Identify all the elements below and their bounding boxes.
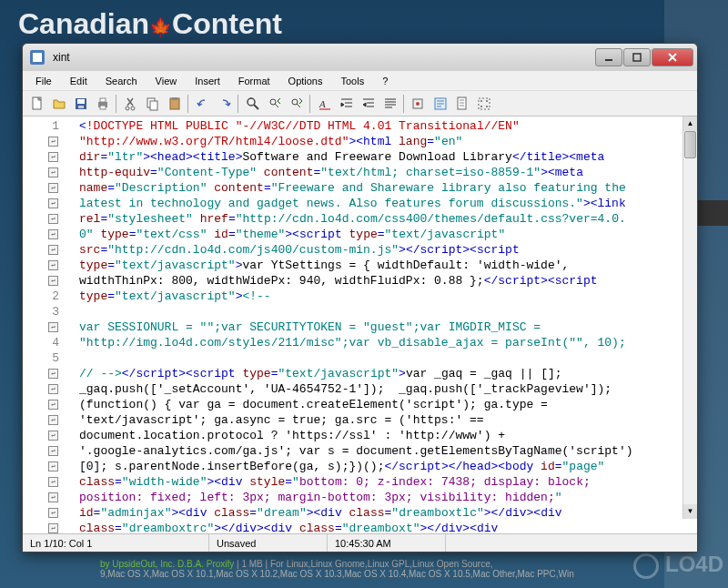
wrap-indicator-icon: ↩: [48, 322, 58, 332]
undo-icon[interactable]: [192, 93, 213, 114]
wrap-indicator-icon: ↩: [48, 384, 58, 394]
svg-rect-1: [633, 54, 641, 61]
wrap-indicator-icon: ↩: [48, 369, 58, 379]
gutter-line: ↩: [23, 366, 76, 381]
maple-leaf-icon: 🍁: [149, 16, 172, 38]
svg-point-9: [126, 106, 129, 110]
print-icon[interactable]: [92, 93, 113, 114]
gutter-line: 5: [23, 350, 76, 366]
gutter-line: 3: [23, 304, 76, 319]
menu-format[interactable]: Format: [229, 73, 279, 89]
wrap-indicator-icon: ↩: [48, 198, 58, 208]
status-bar: Ln 1/10: Col 1 Unsaved 10:45:30 AM: [23, 533, 697, 552]
wrap-indicator-icon: ↩: [48, 245, 58, 255]
wrap-indicator-icon: ↩: [48, 415, 58, 425]
paragraph-icon[interactable]: [379, 93, 400, 114]
gutter-line: ↩: [23, 258, 76, 273]
gutter-line: ↩: [23, 412, 76, 428]
open-icon[interactable]: [48, 93, 69, 114]
code-line: (function() { var ga = document.createEl…: [79, 397, 697, 412]
code-line: <!DOCTYPE HTML PUBLIC "-//W3C//DTD HTML …: [79, 118, 697, 134]
gutter-line: ↩: [23, 521, 76, 533]
svg-rect-0: [605, 59, 612, 61]
close-button[interactable]: [652, 48, 693, 66]
background-footer: by UpsideOut, Inc. D.B.A. Proxify | 1 MB…: [100, 559, 574, 579]
gutter-line: ↩: [23, 211, 76, 227]
menu-help[interactable]: ?: [373, 73, 397, 89]
copy-icon[interactable]: [142, 93, 163, 114]
paste-icon[interactable]: [164, 93, 185, 114]
code-line: class="dreamboxtrc"></div><div class="dr…: [79, 521, 697, 533]
code-content[interactable]: <!DOCTYPE HTML PUBLIC "-//W3C//DTD HTML …: [76, 117, 697, 533]
menu-options[interactable]: Options: [279, 73, 332, 89]
indent-icon[interactable]: [336, 93, 357, 114]
code-line: // --></script><script type="text/javasc…: [79, 366, 697, 381]
vertical-scrollbar[interactable]: ▲ ▼: [682, 117, 697, 519]
menu-edit[interactable]: Edit: [61, 73, 96, 89]
gutter-line: ↩: [23, 505, 76, 521]
window-title: xint: [53, 51, 595, 64]
code-line: src="http://cdn.lo4d.com/js400/custom-mi…: [79, 242, 697, 258]
toolbar-separator: [238, 95, 239, 113]
find-next-icon[interactable]: [286, 93, 307, 114]
svg-rect-8: [100, 106, 106, 109]
watermark-circle-icon: [633, 553, 659, 579]
scroll-thumb[interactable]: [684, 131, 696, 158]
status-saved: Unsaved: [209, 534, 328, 552]
wrap-indicator-icon: ↩: [48, 229, 58, 239]
toolbar-separator: [187, 95, 189, 113]
toolbar-separator: [403, 95, 405, 113]
find-prev-icon[interactable]: [264, 93, 285, 114]
font-icon[interactable]: A: [314, 93, 335, 114]
toolbar-separator: [116, 95, 117, 113]
menu-bar: File Edit Search View Insert Format Opti…: [23, 71, 697, 91]
wrap-indicator-icon: ↩: [48, 492, 58, 502]
new-file-icon[interactable]: [26, 93, 47, 114]
svg-rect-4: [77, 99, 85, 104]
gutter-line: ↩: [23, 474, 76, 490]
wrap-indicator-icon: ↩: [48, 446, 58, 456]
cut-icon[interactable]: [120, 93, 141, 114]
wrap-indicator-icon: ↩: [48, 276, 58, 286]
menu-file[interactable]: File: [26, 73, 61, 89]
gutter-line: ↩: [23, 428, 76, 443]
gutter-line: ↩: [23, 242, 76, 258]
code-line: 0" type="text/css" id="theme"><script ty…: [79, 227, 697, 242]
svg-rect-12: [150, 101, 157, 110]
menu-tools[interactable]: Tools: [332, 73, 374, 89]
wrap-indicator-icon: ↩: [48, 167, 58, 177]
status-position: Ln 1/10: Col 1: [23, 534, 209, 552]
document-icon[interactable]: [451, 93, 472, 114]
minimize-button[interactable]: [595, 48, 622, 66]
status-time: 10:45:30 AM: [328, 534, 446, 552]
outdent-icon[interactable]: [358, 93, 379, 114]
gutter-line: 4: [23, 335, 76, 350]
find-icon[interactable]: [242, 93, 263, 114]
wrap-indicator-icon: ↩: [48, 508, 58, 518]
scroll-down-icon[interactable]: ▼: [683, 504, 697, 519]
code-line: id="adminjax"><div class="dream"><div cl…: [79, 505, 697, 521]
maximize-button[interactable]: [623, 48, 651, 66]
gutter-line: ↩: [23, 319, 76, 335]
save-icon[interactable]: [70, 93, 91, 114]
title-bar[interactable]: xint: [23, 44, 697, 71]
gutter-line: ↩: [23, 196, 76, 211]
code-line: var SESSIONURL = "";var SECURITYTOKEN = …: [79, 319, 697, 335]
macro-icon[interactable]: [408, 93, 429, 114]
special-chars-icon[interactable]: [473, 93, 494, 114]
gutter-line: ↩: [23, 134, 76, 149]
menu-search[interactable]: Search: [96, 73, 147, 89]
gutter-line: ↩: [23, 227, 76, 242]
menu-view[interactable]: View: [147, 73, 187, 89]
redo-icon[interactable]: [214, 93, 235, 114]
menu-insert[interactable]: Insert: [186, 73, 229, 89]
wrap-icon[interactable]: [430, 93, 450, 114]
gutter-line: ↩: [23, 443, 76, 459]
gutter-line: ↩: [23, 149, 76, 165]
wrap-indicator-icon: ↩: [48, 461, 58, 471]
scroll-up-icon[interactable]: ▲: [683, 117, 697, 131]
code-line: "http://img.lo4d.com/styles/211/misc";va…: [79, 335, 697, 350]
svg-rect-14: [172, 97, 177, 100]
svg-rect-5: [78, 106, 84, 108]
code-line: document.location.protocol ? 'https://ss…: [79, 428, 697, 443]
